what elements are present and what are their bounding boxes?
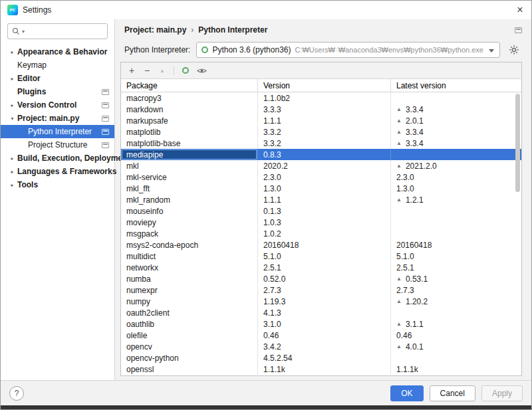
page-icon	[102, 129, 109, 135]
search-input[interactable]	[27, 26, 103, 37]
interpreter-select[interactable]: Python 3.6 (python36) C:₩Users₩₩anaconda…	[196, 42, 500, 58]
table-row[interactable]: opencv-python4.5.2.54	[121, 352, 521, 363]
table-row[interactable]: numpy1.19.3▲1.20.2	[121, 296, 521, 307]
table-row[interactable]: openssl1.1.1k1.1.1k	[121, 363, 521, 375]
table-row[interactable]: numba0.52.0▲0.53.1	[121, 273, 521, 284]
sidebar-item-keymap[interactable]: Keymap	[1, 58, 114, 72]
show-early-releases-eye-button[interactable]	[197, 67, 207, 74]
table-row[interactable]: markdown3.3.3▲3.3.4	[121, 104, 521, 115]
chevron-right-icon[interactable]: ▸	[7, 76, 17, 82]
uninstall-package-button[interactable]: −	[143, 65, 151, 76]
upgrade-package-button[interactable]: ▲	[158, 68, 166, 74]
search-options-caret-icon[interactable]: ▾	[22, 29, 25, 35]
sidebar-item-languages-frameworks[interactable]: ▸Languages & Frameworks	[1, 165, 114, 178]
chevron-right-icon[interactable]: ▸	[7, 169, 17, 175]
chevron-right-icon[interactable]: ▸	[7, 155, 17, 161]
version-value: 2.5.1	[263, 263, 281, 272]
version-value: 1.19.3	[263, 297, 285, 306]
sidebar-item-label: Appearance & Behavior	[17, 47, 107, 56]
sidebar-item-label: Version Control	[17, 100, 76, 110]
chevron-down-icon[interactable]: ▾	[7, 116, 17, 122]
version-value: 3.1.0	[263, 320, 281, 329]
sidebar-item-appearance-behavior[interactable]: ▸Appearance & Behavior	[1, 45, 114, 58]
sidebar-item-label: Project Structure	[28, 140, 87, 150]
table-row[interactable]: macropy31.1.0b2	[121, 92, 521, 104]
version-value: 1.3.0	[263, 184, 281, 193]
sidebar-item-label: Plugins	[17, 87, 46, 96]
column-header-latest-version[interactable]: Latest version	[390, 79, 521, 92]
latest-version-value: 1.20.2	[406, 297, 428, 306]
chevron-right-icon[interactable]: ▸	[7, 182, 17, 188]
settings-search[interactable]: ▾	[7, 23, 108, 39]
table-row[interactable]: mkl_fft1.3.01.3.0	[121, 183, 521, 194]
sidebar-item-version-control[interactable]: ▸Version Control	[1, 98, 114, 112]
version-cell: 1.1.1	[257, 194, 390, 205]
table-row[interactable]: mkl-service2.3.02.3.0	[121, 171, 521, 183]
table-row[interactable]: oauth2client4.1.3	[121, 307, 521, 318]
latest-version-value: 0.46	[396, 331, 412, 340]
ok-button[interactable]: OK	[390, 385, 423, 401]
upgrade-arrow-icon: ▲	[396, 276, 402, 282]
sidebar-item-build-execution-deployment[interactable]: ▸Build, Execution, Deployment	[1, 152, 114, 165]
version-cell: 3.1.0	[257, 318, 390, 330]
chevron-right-icon[interactable]: ▸	[7, 49, 17, 55]
latest-version-cell	[390, 217, 521, 228]
latest-version-cell: 2.5.1	[390, 262, 521, 273]
table-row[interactable]: mediapipe0.8.3	[121, 149, 521, 160]
table-row[interactable]: mouseinfo0.1.3	[121, 205, 521, 217]
settings-dialog: PC Settings × ▾ ▸Appearance & BehaviorKe…	[0, 0, 532, 410]
package-cell: oauth2client	[121, 307, 257, 318]
sidebar-item-label: Languages & Frameworks	[17, 167, 116, 176]
table-row[interactable]: olefile0.460.46	[121, 330, 521, 341]
version-cell: 3.3.2	[257, 126, 390, 138]
latest-version-cell: ▲4.0.1	[390, 341, 521, 352]
latest-version-value: 1.3.0	[396, 184, 414, 193]
latest-version-cell: ▲3.3.4	[390, 138, 521, 149]
table-row[interactable]: markupsafe1.1.1▲2.0.1	[121, 115, 521, 126]
sidebar-item-tools[interactable]: ▸Tools	[1, 178, 114, 191]
conda-mode-button[interactable]	[182, 67, 190, 74]
table-row[interactable]: matplotlib3.3.2▲3.3.4	[121, 126, 521, 138]
help-button[interactable]: ?	[9, 386, 24, 401]
packages-table-body: macropy31.1.0b2markdown3.3.3▲3.3.4markup…	[121, 92, 521, 375]
sidebar-item-plugins[interactable]: Plugins	[1, 85, 114, 98]
interpreter-settings-button[interactable]	[506, 42, 522, 58]
table-row[interactable]: mkl_random1.1.1▲1.2.1	[121, 194, 521, 205]
sidebar-item-python-interpreter[interactable]: Python Interpreter	[1, 125, 114, 138]
sidebar-item-project-structure[interactable]: Project Structure	[1, 138, 114, 152]
table-row[interactable]: msys2-conda-epoch2016041820160418	[121, 239, 521, 251]
table-row[interactable]: msgpack1.0.2	[121, 228, 521, 239]
table-scrollbar[interactable]	[515, 93, 521, 375]
table-row[interactable]: numexpr2.7.32.7.3	[121, 284, 521, 296]
cancel-button[interactable]: Cancel	[430, 385, 475, 401]
breadcrumb-project[interactable]: Project: main.py	[124, 25, 186, 35]
version-cell: 1.1.1	[257, 115, 390, 126]
table-row[interactable]: matplotlib-base3.3.2▲3.3.4	[121, 138, 521, 149]
package-cell: markupsafe	[121, 115, 257, 126]
column-header-version[interactable]: Version	[257, 79, 390, 92]
close-icon[interactable]: ×	[509, 1, 531, 19]
latest-version-value: 2.5.1	[396, 263, 414, 272]
package-name: openssl	[126, 365, 154, 374]
table-row[interactable]: opencv3.4.2▲4.0.1	[121, 341, 521, 352]
table-row[interactable]: moviepy1.0.3	[121, 217, 521, 228]
version-cell: 4.5.2.54	[257, 352, 390, 363]
latest-version-value: 2.7.3	[396, 286, 414, 295]
chevron-right-icon[interactable]: ▸	[7, 102, 17, 108]
column-header-package[interactable]: Package	[121, 79, 257, 92]
sidebar-item-editor[interactable]: ▸Editor	[1, 72, 114, 85]
package-cell: mkl	[121, 160, 257, 171]
package-cell: opencv-python	[121, 352, 257, 363]
version-cell: 0.46	[257, 330, 390, 341]
install-package-button[interactable]: +	[128, 65, 136, 76]
version-cell: 2.3.0	[257, 171, 390, 183]
apply-button[interactable]: Apply	[481, 385, 523, 401]
table-row[interactable]: multidict5.1.05.1.0	[121, 251, 521, 262]
sidebar-item-project-main-py[interactable]: ▾Project: main.py	[1, 112, 114, 125]
latest-version-cell: ▲3.1.1	[390, 318, 521, 330]
scrollbar-thumb[interactable]	[515, 94, 520, 192]
table-row[interactable]: oauthlib3.1.0▲3.1.1	[121, 318, 521, 330]
table-row[interactable]: mkl2020.2▲2021.2.0	[121, 160, 521, 171]
table-row[interactable]: networkx2.5.12.5.1	[121, 262, 521, 273]
latest-version-cell: 1.3.0	[390, 183, 521, 194]
